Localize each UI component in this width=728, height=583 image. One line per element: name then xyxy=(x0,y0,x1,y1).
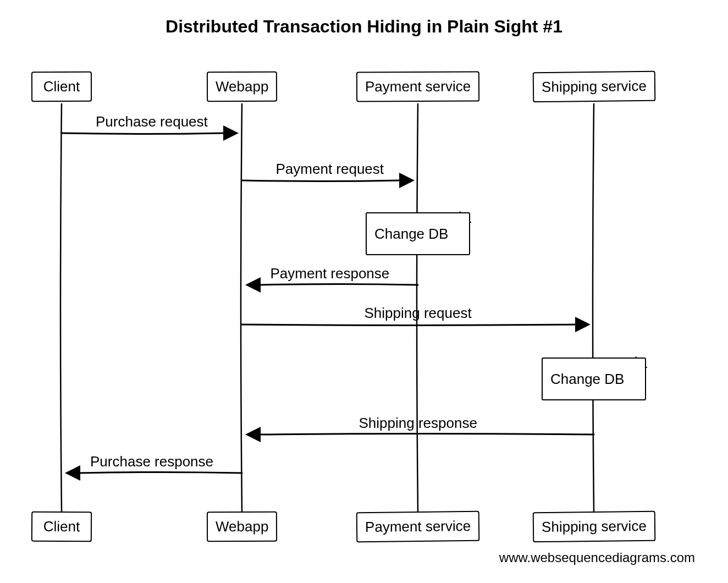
actor-webapp-bottom: Webapp xyxy=(207,512,278,542)
actor-label: Payment service xyxy=(365,78,471,95)
message-shipping-resp-arrowhead xyxy=(245,427,261,442)
message-payment-req-line xyxy=(242,180,400,182)
actor-label: Shipping service xyxy=(541,518,646,535)
message-purchase-resp-line xyxy=(79,472,242,474)
message-shipping-resp-line xyxy=(260,434,594,435)
message-payment-req-arrowhead xyxy=(399,173,415,188)
note-payment-db: Change DB xyxy=(366,212,470,255)
actor-shipping-top: Shipping service xyxy=(532,71,655,102)
footer-credit: www.websequencediagrams.com xyxy=(499,550,695,565)
actor-label: Payment service xyxy=(365,518,471,535)
message-purchase-req-line xyxy=(62,133,224,134)
actor-label: Webapp xyxy=(216,78,268,95)
actor-webapp-top: Webapp xyxy=(207,72,278,102)
actor-client-top: Client xyxy=(31,72,92,102)
actor-payment-bottom: Payment service xyxy=(356,511,480,542)
message-payment-resp-label: Payment response xyxy=(271,265,390,282)
message-shipping-req-line xyxy=(242,324,576,326)
actor-label: Webapp xyxy=(216,518,268,535)
message-purchase-resp-label: Purchase response xyxy=(90,453,213,470)
lifeline-shipping xyxy=(593,103,594,512)
message-payment-resp-line xyxy=(260,284,418,285)
note-shipping-db: Change DB xyxy=(542,358,646,400)
message-payment-resp-arrowhead xyxy=(245,277,261,293)
message-purchase-req-label: Purchase request xyxy=(96,113,208,130)
note-label: Change DB xyxy=(374,226,465,243)
diagram-title: Distributed Transaction Hiding in Plain … xyxy=(0,16,728,37)
actor-client-bottom: Client xyxy=(31,512,92,542)
lifeline-client xyxy=(60,103,62,512)
message-purchase-req-arrowhead xyxy=(223,125,239,141)
message-shipping-req-label: Shipping request xyxy=(365,305,472,322)
note-label: Change DB xyxy=(550,371,641,388)
actor-label: Shipping service xyxy=(541,78,646,95)
message-shipping-req-arrowhead xyxy=(575,317,591,332)
message-shipping-resp-label: Shipping response xyxy=(359,415,477,432)
actor-payment-top: Payment service xyxy=(356,72,479,102)
message-payment-req-label: Payment request xyxy=(276,161,384,178)
lifeline-webapp xyxy=(241,103,242,512)
actor-shipping-bottom: Shipping service xyxy=(532,511,655,542)
actor-label: Client xyxy=(43,518,80,535)
actor-label: Client xyxy=(43,78,80,95)
message-purchase-resp-arrowhead xyxy=(65,465,80,481)
